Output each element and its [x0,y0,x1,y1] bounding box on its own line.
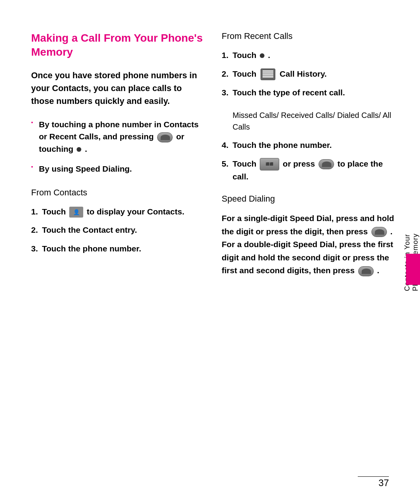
step-num: 5. [222,158,231,170]
step-text: Touch the Contact entry. [42,224,137,236]
dot-icon [77,147,81,152]
bullet-text-1: By touching a phone number in Contacts o… [39,120,199,153]
list-item: 1. Touch . [222,49,397,61]
intro-text: Once you have stored phone numbers in yo… [31,69,206,107]
left-column: Making a Call From Your Phone's Memory O… [31,31,206,481]
call-btn-inline [371,227,387,237]
step-num: 2. [222,68,231,80]
speed-dialing-title: Speed Dialing [222,194,397,204]
list-item: 1. Touch to display your Contacts. [31,205,206,218]
step-text: Touch the phone number. [42,242,141,255]
section-title: Making a Call From Your Phone's Memory [31,31,206,60]
step-text: Touch . [233,49,270,61]
steps-4-5-list: 4. Touch the phone number. 5. Touch or p… [222,139,397,183]
list-item: 2. Touch the Contact entry. [31,224,206,236]
contacts-icon [69,207,83,218]
list-item: By using Speed Dialing. [31,163,206,175]
step-text: Touch the phone number. [233,139,332,151]
call-button-icon-2 [318,159,334,169]
speed-dial-body: For a single-digit Speed Dial, press and… [222,212,397,277]
missed-calls-text: Missed Calls/ Received Calls/ Dialed Cal… [233,109,397,133]
call-button-icon [157,132,173,142]
page: Making a Call From Your Phone's Memory O… [0,0,420,504]
from-recent-list: 1. Touch . 2. Touch Call History. 3. Tou… [222,49,397,98]
from-contacts-list: 1. Touch to display your Contacts. 2. To… [31,205,206,255]
list-item: 4. Touch the phone number. [222,139,397,151]
step-text: Touch Call History. [233,68,327,80]
touch-dot-icon [260,53,264,58]
step-num: 1. [31,205,40,218]
step-text: Touch to display your Contacts. [42,205,184,218]
send-button-icon [260,158,279,170]
bullet-list: By touching a phone number in Contacts o… [31,118,206,175]
list-item: 2. Touch Call History. [222,68,397,80]
step-text: Touch the type of recent call. [233,86,345,99]
list-item: 5. Touch or press to place the call. [222,158,397,183]
sidebar-tab: Contacts in Your Phone's Memory [403,209,420,295]
step-num: 2. [31,224,40,236]
right-column: From Recent Calls 1. Touch . 2. Touch Ca… [222,31,397,481]
step-num: 1. [222,49,231,61]
from-contacts-title: From Contacts [31,188,206,198]
main-content: Making a Call From Your Phone's Memory O… [0,0,420,504]
list-item: By touching a phone number in Contacts o… [31,118,206,155]
step-num: 3. [222,86,231,99]
call-btn-inline-2 [358,266,374,276]
page-number: 37 [378,478,389,488]
list-item: 3. Touch the phone number. [31,242,206,255]
from-recent-title: From Recent Calls [222,31,397,41]
list-item: 3. Touch the type of recent call. [222,86,397,99]
step-num: 4. [222,139,231,151]
step-text: Touch or press to place the call. [233,158,397,183]
bullet-text-2: By using Speed Dialing. [39,164,132,173]
call-history-icon [261,68,275,80]
step-num: 3. [31,242,40,255]
sidebar-accent [406,254,420,285]
divider-line [358,476,389,477]
